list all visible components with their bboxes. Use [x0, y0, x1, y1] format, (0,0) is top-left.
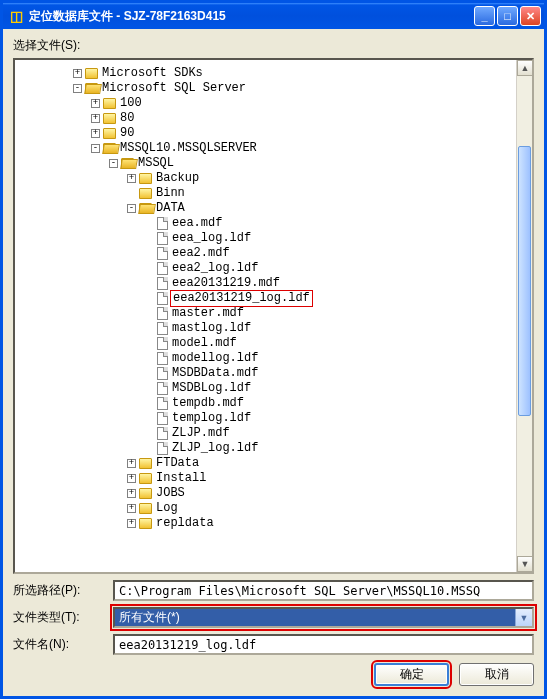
tree-node-label: Microsoft SQL Server — [102, 81, 246, 96]
tree-node-label: 80 — [120, 111, 134, 126]
tree-file-node[interactable]: eea.mdf — [19, 216, 528, 231]
titlebar[interactable]: ◫ 定位数据库文件 - SJZ-78F2163D415 _ □ ✕ — [3, 3, 544, 29]
tree-folder-node[interactable]: -DATA — [19, 201, 528, 216]
file-tree[interactable]: +Microsoft SDKs-Microsoft SQL Server+100… — [15, 60, 532, 537]
folder-icon — [103, 113, 116, 124]
tree-folder-node[interactable]: +Microsoft SDKs — [19, 66, 528, 81]
tree-file-node[interactable]: master.mdf — [19, 306, 528, 321]
scrollbar-track[interactable] — [517, 76, 532, 556]
expand-icon[interactable]: + — [73, 69, 82, 78]
tree-node-label: templog.ldf — [172, 411, 251, 426]
expand-icon[interactable]: + — [91, 114, 100, 123]
file-icon — [157, 217, 168, 230]
file-icon — [157, 442, 168, 455]
tree-file-node[interactable]: eea20131219_log.ldf — [19, 291, 528, 306]
file-icon — [157, 382, 168, 395]
tree-folder-node[interactable]: Binn — [19, 186, 528, 201]
expand-icon[interactable]: + — [127, 474, 136, 483]
chevron-down-icon[interactable]: ▼ — [515, 609, 532, 626]
file-name-field[interactable]: eea20131219_log.ldf — [113, 634, 534, 655]
expand-icon[interactable]: + — [91, 129, 100, 138]
tree-node-label: MSSQL — [138, 156, 174, 171]
collapse-icon[interactable]: - — [127, 204, 136, 213]
folder-open-icon — [121, 158, 134, 169]
scroll-up-button[interactable]: ▲ — [517, 60, 533, 76]
scrollbar-thumb[interactable] — [518, 146, 531, 416]
tree-node-label: MSDBLog.ldf — [172, 381, 251, 396]
expand-icon[interactable]: + — [127, 459, 136, 468]
tree-folder-node[interactable]: +Install — [19, 471, 528, 486]
tree-file-node[interactable]: eea2_log.ldf — [19, 261, 528, 276]
tree-node-label: master.mdf — [172, 306, 244, 321]
file-type-combo[interactable]: 所有文件(*) ▼ — [113, 607, 534, 628]
tree-file-node[interactable]: MSDBData.mdf — [19, 366, 528, 381]
collapse-icon[interactable]: - — [91, 144, 100, 153]
folder-icon — [103, 98, 116, 109]
file-icon — [157, 352, 168, 365]
tree-folder-node[interactable]: -MSSQL10.MSSQLSERVER — [19, 141, 528, 156]
file-type-value: 所有文件(*) — [119, 609, 515, 626]
window-title: 定位数据库文件 - SJZ-78F2163D415 — [29, 8, 474, 25]
form-area: 所选路径(P): C:\Program Files\Microsoft SQL … — [13, 580, 534, 655]
tree-file-node[interactable]: eea2.mdf — [19, 246, 528, 261]
folder-open-icon — [103, 143, 116, 154]
tree-file-node[interactable]: model.mdf — [19, 336, 528, 351]
tree-folder-node[interactable]: +JOBS — [19, 486, 528, 501]
tree-folder-node[interactable]: +90 — [19, 126, 528, 141]
folder-open-icon — [85, 83, 98, 94]
tree-node-label: Binn — [156, 186, 185, 201]
tree-file-node[interactable]: eea_log.ldf — [19, 231, 528, 246]
vertical-scrollbar[interactable]: ▲ ▼ — [516, 60, 532, 572]
expand-icon[interactable]: + — [127, 174, 136, 183]
tree-file-node[interactable]: MSDBLog.ldf — [19, 381, 528, 396]
expand-icon[interactable]: + — [127, 519, 136, 528]
file-icon — [157, 427, 168, 440]
tree-file-node[interactable]: eea20131219.mdf — [19, 276, 528, 291]
file-icon — [157, 307, 168, 320]
folder-icon — [139, 488, 152, 499]
tree-node-label: mastlog.ldf — [172, 321, 251, 336]
file-icon — [157, 367, 168, 380]
tree-folder-node[interactable]: -MSSQL — [19, 156, 528, 171]
tree-node-label: Backup — [156, 171, 199, 186]
tree-file-node[interactable]: tempdb.mdf — [19, 396, 528, 411]
database-icon: ◫ — [8, 8, 24, 24]
tree-file-node[interactable]: templog.ldf — [19, 411, 528, 426]
close-button[interactable]: ✕ — [520, 6, 541, 26]
collapse-icon[interactable]: - — [109, 159, 118, 168]
collapse-icon[interactable]: - — [73, 84, 82, 93]
window-buttons: _ □ ✕ — [474, 6, 541, 26]
tree-file-node[interactable]: ZLJP.mdf — [19, 426, 528, 441]
tree-folder-node[interactable]: -Microsoft SQL Server — [19, 81, 528, 96]
expand-icon[interactable]: + — [127, 489, 136, 498]
tree-file-node[interactable]: mastlog.ldf — [19, 321, 528, 336]
file-icon — [157, 247, 168, 260]
minimize-button[interactable]: _ — [474, 6, 495, 26]
tree-node-label: FTData — [156, 456, 199, 471]
tree-file-node[interactable]: modellog.ldf — [19, 351, 528, 366]
select-file-label: 选择文件(S): — [13, 37, 534, 54]
tree-node-label: Microsoft SDKs — [102, 66, 203, 81]
expand-icon[interactable]: + — [127, 504, 136, 513]
folder-icon — [139, 173, 152, 184]
tree-folder-node[interactable]: +repldata — [19, 516, 528, 531]
expand-icon[interactable]: + — [91, 99, 100, 108]
tree-folder-node[interactable]: +80 — [19, 111, 528, 126]
file-icon — [157, 277, 168, 290]
tree-folder-node[interactable]: +Log — [19, 501, 528, 516]
tree-file-node[interactable]: ZLJP_log.ldf — [19, 441, 528, 456]
tree-folder-node[interactable]: +FTData — [19, 456, 528, 471]
tree-node-label: eea_log.ldf — [172, 231, 251, 246]
folder-icon — [103, 128, 116, 139]
selected-path-label: 所选路径(P): — [13, 582, 103, 599]
selected-path-field[interactable]: C:\Program Files\Microsoft SQL Server\MS… — [113, 580, 534, 601]
tree-node-label: MSSQL10.MSSQLSERVER — [120, 141, 257, 156]
maximize-button[interactable]: □ — [497, 6, 518, 26]
ok-button[interactable]: 确定 — [374, 663, 449, 686]
tree-folder-node[interactable]: +100 — [19, 96, 528, 111]
cancel-button[interactable]: 取消 — [459, 663, 534, 686]
folder-icon — [139, 473, 152, 484]
scroll-down-button[interactable]: ▼ — [517, 556, 533, 572]
tree-folder-node[interactable]: +Backup — [19, 171, 528, 186]
folder-icon — [85, 68, 98, 79]
